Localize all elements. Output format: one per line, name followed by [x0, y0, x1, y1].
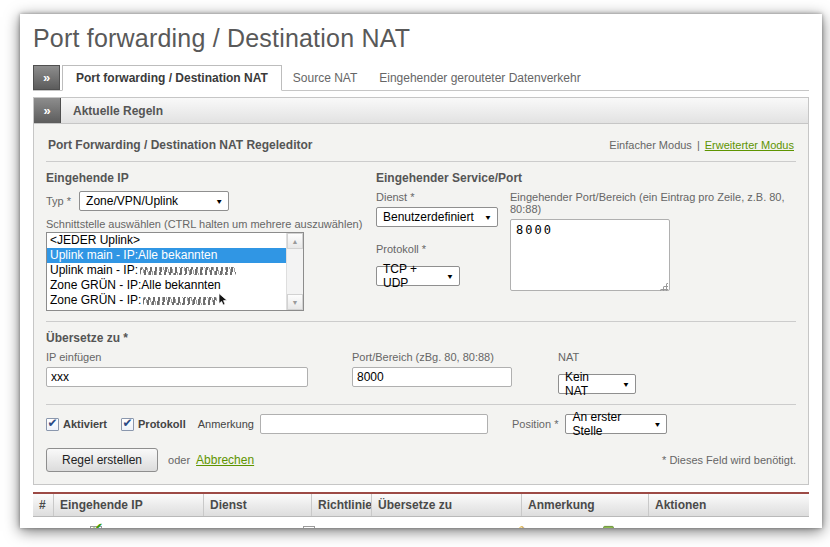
type-select[interactable]: Zone/VPN/Uplink ▼ [79, 191, 229, 211]
enabled-checkbox[interactable]: ✔ [46, 418, 59, 431]
create-rule-button[interactable]: Regel erstellen [46, 448, 158, 472]
listbox-option[interactable]: Zone GRÜN - IP: [47, 293, 286, 308]
protocol-select-value: TCP + UDP [383, 262, 438, 290]
incoming-port-textarea[interactable]: 8000 [510, 219, 670, 291]
service-select[interactable]: Benutzerdefiniert ▼ [376, 207, 498, 227]
position-select[interactable]: An erster Stelle ▼ [565, 414, 667, 434]
listbox-option[interactable]: Zone GRÜN - IP:Alle bekannten [47, 278, 286, 293]
nat-label: NAT [558, 351, 636, 363]
legend-enabled-text: Aktiviert (klicken, um zu deaktivieren) [108, 526, 290, 529]
checkbox-checked-icon: ✔ [90, 526, 102, 529]
advanced-mode-link[interactable]: Erweiterter Modus [705, 139, 794, 151]
col-service: Dienst [204, 494, 312, 516]
or-text: oder [168, 454, 190, 466]
pencil-icon: ✎ [518, 524, 531, 528]
col-translate-to: Übersetze zu [372, 494, 522, 516]
chevron-down-icon: ▼ [215, 197, 223, 205]
log-checkbox[interactable]: ✔ [121, 418, 134, 431]
rules-table-header: # Eingehende IP Dienst Richtlinie Überse… [33, 492, 809, 517]
protocol-label: Protokoll * [376, 243, 504, 255]
expand-chevrons-icon[interactable]: » [33, 65, 60, 90]
required-field-note: * Dieses Feld wird benötigt. [662, 454, 796, 466]
interface-hint: Schnittstelle auswählen (CTRL halten um … [46, 218, 368, 230]
legend-disabled-text: Deaktiviert (klicken, um zu aktivieren) [321, 526, 503, 529]
mode-separator: | [697, 139, 700, 151]
service-columns: Dienst * Benutzerdefiniert ▼ Protokoll *… [376, 191, 796, 295]
divider [46, 404, 796, 405]
rule-editor-panel: Port Forwarding / Destination NAT Regele… [33, 124, 809, 485]
scroll-down-icon[interactable]: ▼ [287, 294, 303, 310]
editor-columns: Eingehende IP Typ * Zone/VPN/Uplink ▼ Sc… [46, 162, 796, 311]
service-protocol-column: Dienst * Benutzerdefiniert ▼ Protokoll *… [376, 191, 504, 295]
type-select-value: Zone/VPN/Uplink [86, 194, 178, 208]
incoming-port-column: Eingehender Port/Bereich (ein Eintrag pr… [510, 191, 796, 295]
col-actions: Aktionen [649, 494, 809, 516]
check-icon: ✔ [123, 417, 133, 429]
position-label: Position * [512, 418, 558, 430]
translate-port-label: Port/Bereich (zBg. 80, 80:88) [352, 351, 512, 363]
col-remark: Anmerkung [522, 494, 649, 516]
log-label: Protokoll [138, 418, 186, 430]
translate-heading: Übersetze zu * [46, 331, 796, 345]
content-window: Port forwarding / Destination NAT » Port… [20, 14, 822, 528]
service-select-value: Benutzerdefiniert [383, 210, 474, 224]
tab-incoming-routed-traffic[interactable]: Eingehender gerouteter Datenverkehr [368, 66, 591, 90]
trash-icon [603, 525, 614, 528]
redacted-ip-scribble [143, 297, 217, 305]
listbox-option[interactable]: Uplink main - IP: [47, 263, 286, 278]
translate-port-input[interactable] [352, 367, 512, 387]
col-incoming-ip: Eingehende IP [54, 494, 204, 516]
translate-port-field: Port/Bereich (zBg. 80, 80:88) [352, 351, 512, 394]
current-rules-header: » Aktuelle Regeln [33, 97, 809, 124]
type-label: Typ * [46, 195, 71, 207]
editor-title: Port Forwarding / Destination NAT Regele… [48, 138, 312, 152]
options-row: ✔ Aktiviert ✔ Protokoll Anmerkung Positi… [46, 414, 796, 434]
chevron-down-icon: ▼ [622, 380, 630, 388]
cancel-link[interactable]: Abbrechen [196, 453, 254, 467]
incoming-ip-heading: Eingehende IP [46, 171, 368, 185]
legend-delete-text: Löschen [620, 526, 662, 529]
nat-field: NAT Kein NAT ▼ [558, 351, 636, 394]
translate-ip-label: IP einfügen [46, 351, 308, 363]
col-number: # [33, 494, 54, 516]
protocol-select[interactable]: TCP + UDP ▼ [376, 266, 460, 286]
scroll-up-icon[interactable]: ▲ [287, 233, 303, 249]
type-row: Typ * Zone/VPN/Uplink ▼ [46, 191, 368, 211]
tab-bar: » Port forwarding / Destination NAT Sour… [33, 65, 809, 91]
checkbox-empty-icon [303, 526, 315, 529]
listbox-option[interactable]: <JEDER Uplink> [47, 233, 286, 248]
position-select-value: An erster Stelle [572, 410, 645, 438]
col-policy: Richtlinie [312, 494, 372, 516]
tab-port-forwarding[interactable]: Port forwarding / Destination NAT [62, 65, 282, 91]
chevron-down-icon: ▼ [484, 213, 492, 221]
incoming-port-label: Eingehender Port/Bereich (ein Eintrag pr… [510, 191, 796, 215]
legend-row: Legende: ✔ Aktiviert (klicken, um zu dea… [33, 517, 809, 528]
legend-edit-text: Bearbeiten [536, 526, 589, 529]
section-title: Aktuelle Regeln [61, 104, 163, 118]
page-title: Port forwarding / Destination NAT [33, 24, 809, 53]
check-icon: ✔ [47, 417, 57, 429]
chevron-down-icon: ▼ [654, 420, 662, 428]
mouse-cursor-icon [218, 293, 228, 306]
chevron-down-icon: ▼ [446, 272, 454, 280]
listbox-option-selected[interactable]: Uplink main - IP:Alle bekannten [47, 248, 286, 263]
mode-switcher: Einfacher Modus|Erweiterter Modus [609, 139, 794, 151]
interface-listbox[interactable]: <JEDER Uplink> Uplink main - IP:Alle bek… [46, 232, 304, 311]
redacted-ip-scribble [140, 267, 236, 275]
nat-select[interactable]: Kein NAT ▼ [558, 374, 636, 394]
simple-mode-label: Einfacher Modus [609, 139, 692, 151]
translate-row: IP einfügen Port/Bereich (zBg. 80, 80:88… [46, 351, 796, 394]
translate-ip-field: IP einfügen [46, 351, 308, 394]
service-label: Dienst * [376, 191, 504, 203]
divider [46, 321, 796, 322]
action-row: Regel erstellen oder Abbrechen * Dieses … [46, 448, 796, 472]
tab-source-nat[interactable]: Source NAT [282, 66, 368, 90]
remark-input[interactable] [260, 414, 488, 434]
incoming-service-heading: Eingehender Service/Port [376, 171, 796, 185]
incoming-service-section: Eingehender Service/Port Dienst * Benutz… [368, 171, 796, 311]
editor-header: Port Forwarding / Destination NAT Regele… [46, 134, 796, 162]
collapse-chevrons-icon[interactable]: » [34, 98, 61, 123]
translate-ip-input[interactable] [46, 367, 308, 387]
enabled-label: Aktiviert [63, 418, 107, 430]
listbox-scrollbar[interactable]: ▲ ▼ [286, 233, 303, 310]
